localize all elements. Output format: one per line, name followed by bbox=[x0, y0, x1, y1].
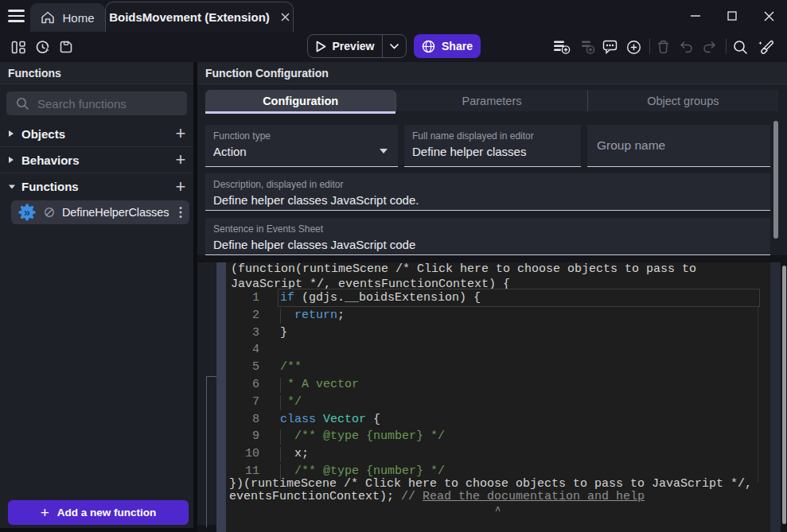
theme-brush-icon[interactable] bbox=[757, 40, 776, 56]
gdevelop-window: Home BoidsMovement (Extension) Preview bbox=[0, 0, 787, 532]
fold-caret: ^ bbox=[495, 506, 501, 517]
code-line[interactable]: 9 /** @type {number} */ bbox=[226, 428, 770, 445]
globe-icon bbox=[422, 40, 435, 53]
search-placeholder: Search functions bbox=[37, 97, 127, 111]
sidebar-section-functions[interactable]: Functions + bbox=[0, 173, 193, 200]
add-new-function-button[interactable]: + Add a new function bbox=[8, 500, 189, 525]
function-type-field[interactable]: Function type Action bbox=[205, 125, 398, 167]
code-line[interactable]: 10 x; bbox=[226, 445, 770, 463]
code-line[interactable]: 4 bbox=[226, 341, 770, 359]
add-object-icon[interactable]: + bbox=[168, 126, 193, 142]
event-drag-handle[interactable] bbox=[216, 262, 226, 532]
function-item-selected[interactable]: » DefineHelperClasses bbox=[11, 200, 189, 224]
preview-dropdown[interactable] bbox=[383, 35, 406, 57]
config-header: Function Configuration bbox=[197, 62, 787, 84]
description-field[interactable]: Description, displayed in editor Define … bbox=[205, 173, 770, 211]
chevron-down-icon bbox=[390, 44, 399, 49]
code-line[interactable]: 2 return; bbox=[226, 307, 770, 324]
toolbar-separator bbox=[726, 39, 727, 54]
code-line[interactable]: 5/** bbox=[226, 359, 770, 376]
editor-scrollbar[interactable] bbox=[782, 266, 786, 524]
undo-icon[interactable] bbox=[679, 40, 694, 53]
sidebar-section-behaviors[interactable]: Behaviors + bbox=[0, 147, 193, 173]
tab-extension[interactable]: BoidsMovement (Extension) bbox=[105, 2, 294, 32]
chevron-right-icon bbox=[8, 130, 21, 138]
tab-extension-label: BoidsMovement (Extension) bbox=[109, 10, 270, 24]
editor-overview-ruler bbox=[770, 262, 781, 532]
function-gear-icon: » bbox=[18, 204, 36, 221]
tab-home-label: Home bbox=[62, 11, 94, 25]
close-button[interactable] bbox=[750, 0, 787, 32]
group-name-field[interactable]: Group name bbox=[587, 125, 770, 167]
dropdown-caret-icon bbox=[379, 148, 388, 154]
code-line[interactable]: 6 * A vector bbox=[226, 376, 770, 394]
add-comment-icon[interactable] bbox=[602, 40, 618, 54]
pane-border bbox=[206, 376, 207, 527]
add-subevent-icon[interactable] bbox=[578, 39, 595, 55]
close-tab-icon[interactable] bbox=[281, 13, 290, 21]
code-footer: })(runtimeScene /* Click here to choose … bbox=[229, 478, 752, 503]
play-icon bbox=[316, 41, 326, 52]
item-menu-icon[interactable] bbox=[179, 206, 182, 219]
svg-text:»: » bbox=[24, 205, 30, 219]
search-functions-input[interactable]: Search functions bbox=[6, 91, 187, 115]
code-line[interactable]: 3} bbox=[226, 324, 770, 342]
share-button[interactable]: Share bbox=[414, 34, 481, 58]
titlebar: Home BoidsMovement (Extension) bbox=[0, 0, 787, 32]
share-label: Share bbox=[442, 40, 473, 52]
history-icon[interactable] bbox=[35, 40, 50, 55]
preview-main[interactable]: Preview bbox=[308, 35, 383, 57]
code-editor-zone: (function(runtimeScene /* Click here to … bbox=[197, 255, 787, 532]
config-tabs: Configuration Parameters Object groups bbox=[205, 90, 778, 111]
delete-icon[interactable] bbox=[656, 40, 670, 54]
add-function-icon[interactable]: + bbox=[168, 179, 193, 195]
tab-home[interactable]: Home bbox=[30, 3, 105, 32]
window-controls bbox=[677, 0, 787, 32]
chevron-down-icon bbox=[8, 184, 21, 190]
code-header[interactable]: (function(runtimeScene /* Click here to … bbox=[231, 262, 696, 292]
maximize-button[interactable] bbox=[714, 0, 750, 32]
code-line[interactable]: 1if (gdjs.__boidsExtension) { bbox=[226, 289, 770, 307]
documentation-link[interactable]: Read the documentation and help bbox=[423, 490, 645, 503]
save-icon[interactable] bbox=[59, 40, 73, 54]
preview-label: Preview bbox=[333, 40, 375, 52]
home-icon bbox=[41, 11, 55, 24]
functions-sidebar: Functions Search functions Objects + Beh… bbox=[0, 62, 193, 528]
sidebar-section-objects[interactable]: Objects + bbox=[0, 121, 193, 147]
full-name-field[interactable]: Full name displayed in editor Define hel… bbox=[404, 125, 581, 167]
function-item-label: DefineHelperClasses bbox=[62, 206, 179, 219]
code-line[interactable]: 8class Vector { bbox=[226, 411, 770, 429]
search-icon[interactable] bbox=[733, 40, 748, 55]
search-icon bbox=[16, 97, 29, 111]
add-event-icon[interactable] bbox=[553, 39, 571, 55]
minimize-button[interactable] bbox=[677, 0, 714, 32]
tab-parameters[interactable]: Parameters bbox=[396, 90, 587, 111]
redo-icon[interactable] bbox=[702, 40, 717, 53]
code-line[interactable]: 7 */ bbox=[226, 394, 770, 411]
private-icon bbox=[44, 207, 55, 218]
add-behavior-icon[interactable]: + bbox=[168, 152, 193, 168]
pane-border bbox=[206, 376, 216, 377]
menu-icon[interactable] bbox=[8, 10, 25, 22]
add-circle-icon[interactable] bbox=[626, 40, 641, 55]
project-manager-icon[interactable] bbox=[11, 40, 26, 55]
tab-object-groups[interactable]: Object groups bbox=[588, 90, 778, 111]
config-scrollbar[interactable] bbox=[773, 121, 778, 239]
sentence-field[interactable]: Sentence in Events Sheet Define helper c… bbox=[205, 218, 770, 255]
toolbar: Preview Share bbox=[0, 32, 787, 62]
tab-configuration[interactable]: Configuration bbox=[205, 90, 396, 111]
function-configuration-panel: Function Configuration Configuration Par… bbox=[197, 62, 787, 532]
sidebar-header: Functions bbox=[0, 62, 193, 84]
code-editor[interactable]: (function(runtimeScene /* Click here to … bbox=[226, 262, 770, 532]
chevron-right-icon bbox=[8, 156, 21, 164]
preview-button: Preview bbox=[307, 34, 407, 58]
plus-icon: + bbox=[41, 509, 49, 517]
toolbar-separator bbox=[649, 39, 650, 54]
